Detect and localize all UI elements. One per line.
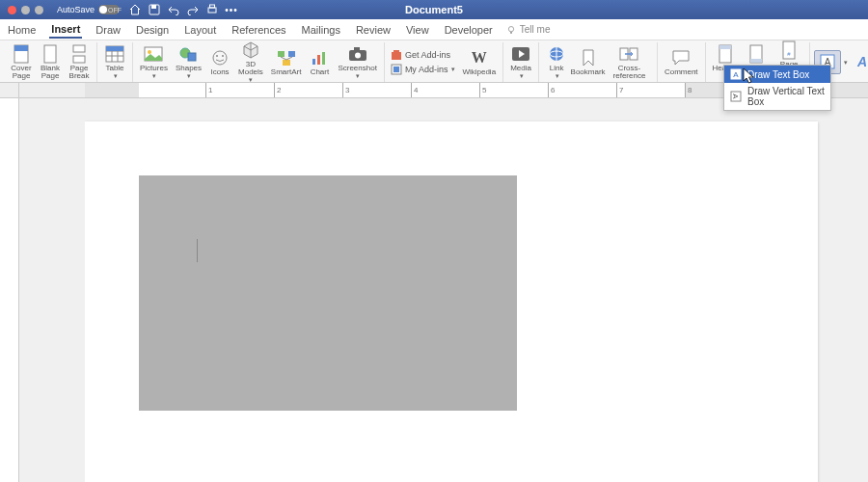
workspace bbox=[0, 98, 868, 482]
autosave-toggle[interactable]: OFF bbox=[98, 5, 120, 14]
ruler-corner bbox=[0, 83, 19, 98]
svg-rect-20 bbox=[188, 53, 196, 61]
blank-page-icon bbox=[41, 44, 60, 64]
tab-design[interactable]: Design bbox=[134, 22, 171, 38]
shapes-button[interactable]: Shapes▾ bbox=[173, 43, 204, 81]
minimize-window-icon[interactable] bbox=[21, 6, 30, 14]
tab-draw[interactable]: Draw bbox=[94, 22, 122, 38]
cross-reference-button[interactable]: Cross-reference bbox=[606, 43, 653, 81]
ribbon-tabs: Home Insert Draw Design Layout Reference… bbox=[0, 19, 868, 40]
autosave-control[interactable]: AutoSave OFF bbox=[57, 5, 120, 14]
media-icon bbox=[511, 44, 530, 64]
3d-models-button[interactable]: 3D Models▾ bbox=[235, 40, 266, 83]
tell-me-label: Tell me bbox=[520, 24, 551, 35]
tab-insert[interactable]: Insert bbox=[49, 21, 82, 39]
chevron-down-icon[interactable]: ▾ bbox=[844, 59, 848, 67]
store-icon bbox=[391, 49, 402, 61]
text-box-dropdown: A Draw Text Box A Draw Vertical Text Box bbox=[723, 65, 831, 111]
header-icon bbox=[716, 44, 735, 64]
camera-icon bbox=[348, 44, 367, 64]
window-controls[interactable] bbox=[8, 6, 43, 14]
svg-text:A: A bbox=[733, 70, 739, 79]
svg-text:A: A bbox=[731, 94, 740, 99]
svg-rect-30 bbox=[317, 55, 320, 65]
svg-line-28 bbox=[286, 57, 292, 60]
inserted-shape-rectangle[interactable] bbox=[139, 175, 517, 411]
pictures-button[interactable]: Pictures▾ bbox=[137, 43, 171, 81]
svg-rect-9 bbox=[73, 45, 85, 52]
home-icon[interactable] bbox=[129, 4, 141, 15]
ruler-mark: 3 bbox=[342, 83, 349, 97]
svg-text:A: A bbox=[856, 54, 867, 69]
draw-text-box-item[interactable]: A Draw Text Box bbox=[724, 66, 830, 83]
chart-button[interactable]: Chart bbox=[306, 47, 333, 77]
comments-group: Comment bbox=[658, 42, 706, 82]
get-addins-button[interactable]: Get Add-ins bbox=[389, 48, 458, 62]
save-icon[interactable] bbox=[149, 4, 160, 15]
tell-me-search[interactable]: Tell me bbox=[506, 24, 551, 35]
icons-icon bbox=[210, 48, 230, 67]
link-button[interactable]: Link▾ bbox=[543, 43, 570, 81]
lightbulb-icon bbox=[506, 25, 516, 35]
tab-review[interactable]: Review bbox=[354, 22, 393, 38]
bookmark-button[interactable]: Bookmark bbox=[572, 47, 604, 77]
wikipedia-button[interactable]: W Wikipedia bbox=[459, 47, 499, 77]
smartart-icon bbox=[277, 48, 296, 67]
svg-rect-8 bbox=[44, 45, 56, 63]
svg-point-23 bbox=[222, 55, 224, 57]
ruler-mark: 6 bbox=[548, 83, 555, 97]
svg-point-18 bbox=[148, 50, 151, 54]
addins-icon bbox=[391, 64, 402, 75]
svg-rect-46 bbox=[719, 45, 731, 49]
smartart-button[interactable]: SmartArt bbox=[268, 47, 305, 77]
svg-line-27 bbox=[281, 57, 286, 60]
svg-rect-26 bbox=[283, 60, 290, 66]
tab-layout[interactable]: Layout bbox=[182, 22, 218, 38]
cover-page-icon bbox=[12, 44, 31, 64]
links-group: Link▾ Bookmark Cross-reference bbox=[539, 42, 658, 82]
svg-point-33 bbox=[355, 53, 361, 59]
page-scroll-area[interactable] bbox=[85, 98, 868, 482]
zoom-window-icon[interactable] bbox=[35, 6, 43, 14]
ruler-mark: 2 bbox=[274, 83, 281, 97]
wikipedia-icon: W bbox=[470, 48, 489, 67]
undo-icon[interactable] bbox=[168, 4, 179, 15]
comment-icon bbox=[671, 48, 691, 67]
svg-rect-2 bbox=[208, 8, 216, 13]
vertical-text-box-icon: A bbox=[730, 91, 742, 102]
tab-developer[interactable]: Developer bbox=[443, 22, 495, 38]
quick-access-toolbar: ••• bbox=[129, 4, 237, 15]
screenshot-button[interactable]: Screenshot▾ bbox=[335, 43, 379, 81]
ruler-mark: 7 bbox=[616, 83, 623, 97]
chevron-down-icon: ▾ bbox=[520, 72, 524, 80]
blank-page-button[interactable]: Blank Page bbox=[37, 43, 64, 81]
tab-home[interactable]: Home bbox=[6, 22, 38, 38]
my-addins-button[interactable]: My Add-ins▾ bbox=[389, 63, 458, 76]
dd-label: Draw Text Box bbox=[747, 69, 809, 80]
comment-button[interactable]: Comment bbox=[662, 47, 701, 77]
svg-rect-29 bbox=[312, 59, 315, 65]
footer-icon bbox=[746, 44, 766, 64]
draw-vertical-text-box-item[interactable]: A Draw Vertical Text Box bbox=[724, 83, 830, 110]
more-icon[interactable]: ••• bbox=[226, 4, 237, 15]
media-button[interactable]: Media▾ bbox=[507, 43, 534, 81]
document-page[interactable] bbox=[85, 121, 818, 482]
table-icon bbox=[105, 44, 124, 64]
print-icon[interactable] bbox=[206, 4, 218, 15]
svg-rect-48 bbox=[750, 59, 762, 63]
svg-rect-16 bbox=[106, 46, 123, 51]
icons-button[interactable]: Icons bbox=[206, 47, 233, 77]
tab-mailings[interactable]: Mailings bbox=[300, 22, 342, 38]
document-title: Document5 bbox=[405, 4, 463, 15]
tab-view[interactable]: View bbox=[404, 22, 431, 38]
page-break-button[interactable]: Page Break bbox=[66, 43, 93, 81]
redo-icon[interactable] bbox=[187, 4, 199, 15]
svg-rect-3 bbox=[210, 5, 215, 8]
wordart-button[interactable]: A bbox=[850, 51, 868, 73]
svg-rect-34 bbox=[354, 47, 360, 50]
table-button[interactable]: Table▾ bbox=[101, 43, 128, 81]
vertical-ruler[interactable] bbox=[0, 98, 19, 482]
tab-references[interactable]: References bbox=[230, 22, 287, 38]
close-window-icon[interactable] bbox=[8, 6, 16, 14]
cover-page-button[interactable]: Cover Page bbox=[8, 43, 35, 81]
